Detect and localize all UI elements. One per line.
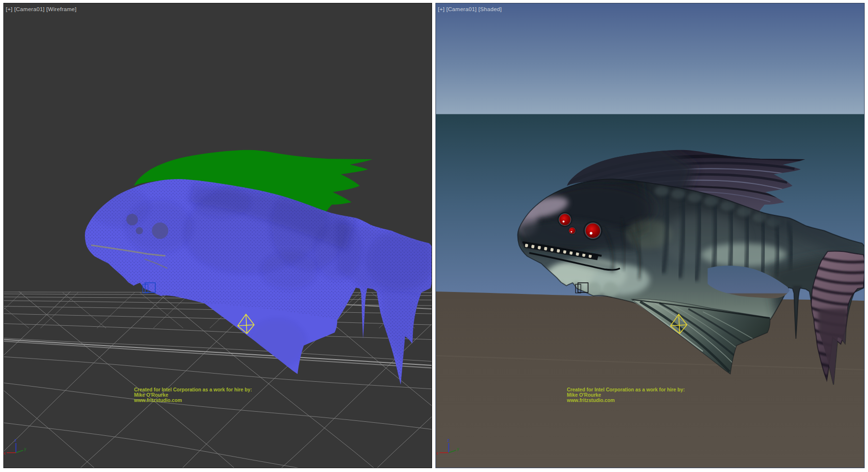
- svg-text:x: x: [436, 451, 439, 456]
- svg-text:www.fritzstudio.com: www.fritzstudio.com: [134, 398, 182, 403]
- svg-text:y: y: [457, 446, 460, 451]
- svg-text:[+] [Camera01] [Wireframe]: [+] [Camera01] [Wireframe]: [6, 6, 77, 12]
- svg-text:z: z: [448, 438, 450, 443]
- svg-text:x: x: [4, 451, 6, 456]
- svg-text:Mike O'Rourke: Mike O'Rourke: [567, 392, 601, 398]
- svg-text:Created for Intel Corporation: Created for Intel Corporation as a work …: [567, 387, 685, 392]
- svg-text:www.fritzstudio.com: www.fritzstudio.com: [567, 398, 615, 403]
- svg-text:y: y: [24, 446, 27, 451]
- svg-text:Mike O'Rourke: Mike O'Rourke: [134, 392, 168, 398]
- svg-text:z: z: [14, 438, 17, 443]
- svg-text:Created for Intel Corporation: Created for Intel Corporation as a work …: [134, 387, 252, 392]
- svg-text:[+] [Camera01] [Shaded]: [+] [Camera01] [Shaded]: [438, 6, 502, 12]
